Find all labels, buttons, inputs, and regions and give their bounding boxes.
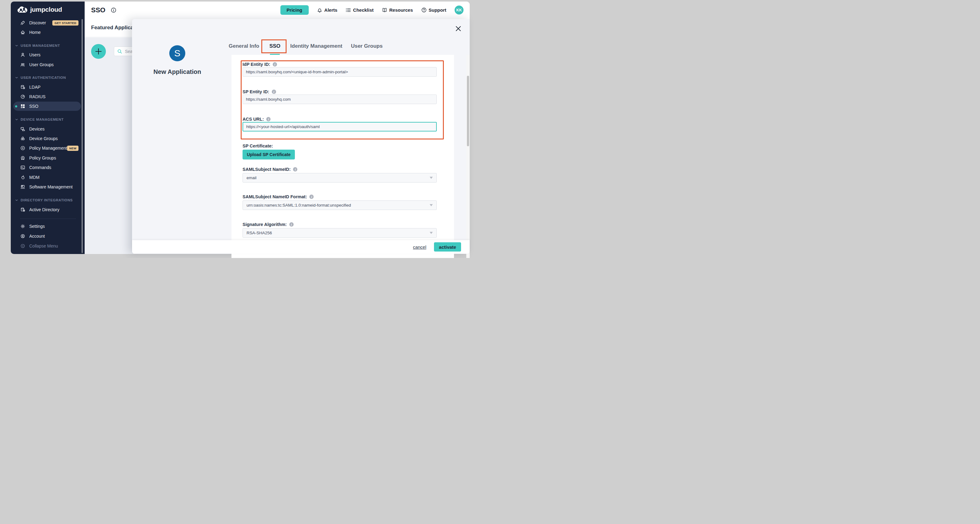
sidebar-item-label: Settings	[29, 224, 45, 229]
alerts-button[interactable]: Alerts	[317, 7, 338, 13]
active-indicator-dot	[15, 105, 17, 107]
modal-footer: cancel activate	[132, 240, 470, 254]
sidebar-item-label: Account	[29, 234, 45, 239]
idp-entity-id-input[interactable]	[243, 67, 437, 76]
sidebar-item-label: Devices	[29, 127, 45, 131]
idp-info-icon[interactable]: i	[273, 62, 277, 67]
sidebar-item-radius[interactable]: RADIUS	[13, 92, 81, 101]
sidebar-item-label: Software Management	[29, 185, 73, 190]
modal-scrollbar[interactable]	[466, 55, 470, 258]
sidebar-item-discover[interactable]: Discover GET STARTED	[13, 18, 81, 27]
policy-icon	[20, 146, 25, 151]
sidebar-item-collapse-menu[interactable]: Collapse Menu	[13, 241, 81, 251]
page-title: SSO	[91, 6, 105, 14]
dropdown-caret-icon	[430, 177, 433, 179]
sp-info-icon[interactable]: i	[272, 89, 276, 94]
sidebar-item-device-groups[interactable]: Device Groups	[13, 134, 81, 143]
tab-sso-label: SSO	[269, 43, 280, 49]
devices-icon	[20, 127, 25, 131]
checklist-label: Checklist	[353, 7, 374, 13]
saml-subject-nameid-label: SAMLSubject NameID: i	[243, 167, 298, 172]
sidebar-item-settings[interactable]: Settings	[13, 222, 81, 231]
jumpcloud-cloud-icon	[17, 6, 28, 13]
grid-icon	[20, 104, 25, 109]
support-button[interactable]: Support	[422, 7, 447, 13]
checklist-button[interactable]: Checklist	[346, 7, 374, 13]
terminal-icon	[20, 165, 25, 170]
home-icon	[20, 30, 25, 35]
close-button[interactable]	[455, 24, 464, 33]
question-circle-icon	[422, 7, 426, 13]
sidebar-item-devices[interactable]: Devices	[13, 124, 81, 134]
topbar-actions: Pricing Alerts Checklist	[280, 5, 463, 15]
signature-algorithm-select[interactable]: RSA-SHA256	[243, 228, 437, 238]
saml-subject-nameid-select[interactable]: email	[243, 173, 437, 183]
topbar: SSO Pricing Alerts	[84, 2, 470, 19]
modal-tabs: General Info SSO Identity Management Use…	[229, 41, 383, 51]
nameid-format-info-icon[interactable]: i	[309, 194, 313, 199]
nameid-format-select[interactable]: urn:oasis:names:tc:SAML:1.0:nameid-forma…	[243, 201, 437, 210]
sidebar-section-user-authentication[interactable]: USER AUTHENTICATION	[13, 75, 81, 80]
sidebar-item-account[interactable]: Account	[13, 231, 81, 241]
policy-group-icon	[20, 156, 25, 161]
chevron-down-icon	[15, 199, 18, 201]
nameid-format-value: urn:oasis:names:tc:SAML:1.0:nameid-forma…	[247, 203, 351, 207]
chevron-down-icon	[15, 77, 18, 78]
database-windows-icon	[20, 207, 25, 212]
sidebar-item-policy-groups[interactable]: Policy Groups	[13, 153, 81, 162]
sidebar-item-label: LDAP	[29, 84, 41, 89]
apple-icon	[20, 175, 25, 180]
sidebar-item-users[interactable]: Users	[13, 50, 81, 59]
acs-url-input[interactable]	[243, 122, 437, 131]
sidebar-item-label: RADIUS	[29, 94, 46, 99]
tab-identity-management[interactable]: Identity Management	[290, 41, 342, 51]
sidebar-item-commands[interactable]: Commands	[13, 163, 81, 172]
sp-entity-id-input[interactable]	[243, 94, 437, 104]
sidebar-item-label: Policy Management	[29, 146, 67, 151]
signature-info-icon[interactable]: i	[290, 222, 294, 226]
bell-icon	[317, 7, 322, 13]
acs-info-icon[interactable]: i	[266, 117, 270, 121]
database-clock-icon	[20, 84, 25, 89]
sidebar-item-label: User Groups	[29, 62, 54, 67]
sidebar-item-mdm[interactable]: MDM	[13, 173, 81, 182]
resources-label: Resources	[389, 7, 413, 13]
sidebar-item-sso[interactable]: SSO	[13, 102, 81, 111]
sidebar-section-device-management[interactable]: DEVICE MANAGEMENT	[13, 117, 81, 122]
sidebar-item-active-directory[interactable]: Active Directory	[13, 205, 81, 214]
saml-subject-nameid-value: email	[247, 175, 256, 180]
sidebar-item-label: SSO	[29, 104, 38, 109]
sidebar-item-user-groups[interactable]: User Groups	[13, 60, 81, 69]
add-application-button[interactable]	[91, 44, 106, 59]
nameid-info-icon[interactable]: i	[293, 167, 298, 172]
upload-sp-certificate-button[interactable]: Upload SP Certificate	[243, 150, 295, 159]
sidebar-item-policy-management[interactable]: Policy Management NEW	[13, 143, 81, 153]
pricing-button[interactable]: Pricing	[280, 5, 309, 15]
application-title: New Application	[140, 68, 214, 75]
sidebar-section-directory-integrations[interactable]: DIRECTORY INTEGRATIONS	[13, 198, 81, 202]
user-avatar[interactable]: KK	[455, 6, 463, 14]
venn-icon	[20, 136, 25, 141]
tab-general-info[interactable]: General Info	[229, 41, 259, 51]
sidebar-section-user-management[interactable]: USER MANAGEMENT	[13, 43, 81, 48]
sidebar-item-home[interactable]: Home	[13, 28, 81, 37]
jumpcloud-logo[interactable]: jumpcloud	[17, 6, 62, 13]
sidebar-item-label: MDM	[29, 175, 40, 180]
resources-button[interactable]: Resources	[382, 7, 413, 13]
acs-url-label: ACS URL: i	[243, 117, 270, 122]
activate-button[interactable]: activate	[434, 242, 461, 252]
tab-sso[interactable]: SSO	[269, 41, 280, 51]
idp-entity-id-label: IdP Entity ID: i	[243, 62, 277, 67]
info-icon[interactable]	[111, 7, 116, 13]
modal-scrollbar-thumb[interactable]	[467, 76, 469, 146]
tab-user-groups[interactable]: User Groups	[351, 41, 383, 51]
cancel-button[interactable]: cancel	[413, 244, 426, 250]
sidebar-item-label: Home	[29, 30, 41, 35]
sidebar-scrollbar[interactable]	[81, 19, 83, 253]
dropdown-caret-icon	[430, 204, 433, 206]
sidebar-item-ldap[interactable]: LDAP	[13, 83, 81, 92]
sidebar-section-label: DIRECTORY INTEGRATIONS	[21, 198, 73, 202]
sidebar-divider	[20, 218, 76, 219]
sidebar-item-software-management[interactable]: Software Management	[13, 182, 81, 191]
get-started-badge: GET STARTED	[52, 20, 78, 25]
